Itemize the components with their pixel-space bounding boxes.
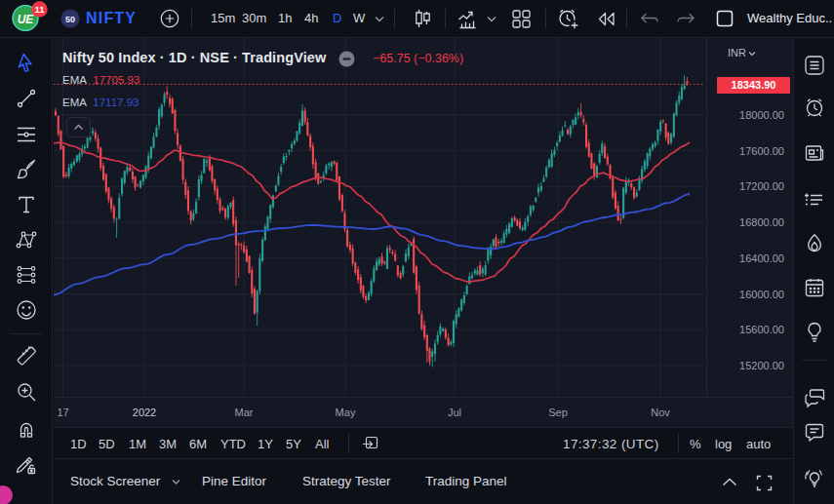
svg-text:50: 50: [65, 15, 75, 24]
svg-text:11: 11: [34, 4, 45, 15]
svg-text:UE: UE: [18, 13, 35, 26]
